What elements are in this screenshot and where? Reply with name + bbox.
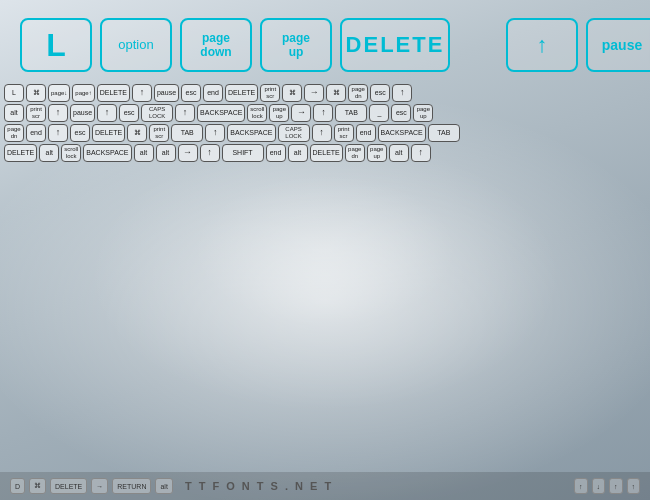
sm-key[interactable]: ↑ xyxy=(313,104,333,122)
sm-key[interactable]: BACKSPACE xyxy=(197,104,245,122)
sm-key[interactable]: DELETE xyxy=(310,144,343,162)
bottom-key-r4[interactable]: ↑ xyxy=(627,478,641,494)
key-delete-large[interactable]: DELETE xyxy=(340,18,450,72)
sm-key[interactable]: DELETE xyxy=(225,84,258,102)
key-L[interactable]: L xyxy=(20,18,92,72)
sm-key[interactable]: esc xyxy=(119,104,139,122)
key-pagedown[interactable]: pagedown xyxy=(180,18,252,72)
sm-key[interactable]: ↑ xyxy=(411,144,431,162)
sm-key[interactable]: end xyxy=(203,84,223,102)
sm-key[interactable]: ⌘ xyxy=(127,124,147,142)
sm-key[interactable]: ↑ xyxy=(312,124,332,142)
sm-key[interactable]: BACKSPACE xyxy=(378,124,426,142)
sm-key[interactable]: pageup xyxy=(269,104,289,122)
key-row-1: L ⌘ page↓ page↑ DELETE ↑ pause esc end D… xyxy=(4,84,646,102)
key-row-4: DELETE alt scrolllock BACKSPACE alt alt … xyxy=(4,144,646,162)
sm-key[interactable]: TAB xyxy=(428,124,460,142)
sm-key[interactable]: printscr xyxy=(334,124,354,142)
sm-key[interactable]: pageup xyxy=(367,144,387,162)
sm-key[interactable]: alt xyxy=(288,144,308,162)
featured-keys-row: L option pagedown pageup DELETE ↑ pause xyxy=(0,0,650,82)
sm-key[interactable]: DELETE xyxy=(92,124,125,142)
sm-key[interactable]: alt xyxy=(39,144,59,162)
sm-key[interactable]: → xyxy=(291,104,311,122)
sm-key[interactable]: page↑ xyxy=(72,84,94,102)
sm-key[interactable]: end xyxy=(266,144,286,162)
key-option[interactable]: option xyxy=(100,18,172,72)
sm-key[interactable]: BACKSPACE xyxy=(227,124,275,142)
sm-key[interactable]: alt xyxy=(389,144,409,162)
bottom-key-delete[interactable]: DELETE xyxy=(50,478,87,494)
key-row-3: pagedn end ↑ esc DELETE ⌘ printscr TAB ↑… xyxy=(4,124,646,142)
sm-key[interactable]: esc xyxy=(70,124,90,142)
sm-key[interactable]: ↑ xyxy=(97,104,117,122)
key-row-2: alt printscr ↑ pause ↑ esc CAPSLOCK ↑ BA… xyxy=(4,104,646,122)
sm-key[interactable]: esc xyxy=(370,84,390,102)
bottom-key-r3[interactable]: ↑ xyxy=(609,478,623,494)
sm-key[interactable]: DELETE xyxy=(97,84,130,102)
sm-key[interactable]: _ xyxy=(369,104,389,122)
sm-key[interactable]: pagedn xyxy=(345,144,365,162)
key-pause[interactable]: pause xyxy=(586,18,650,72)
sm-key[interactable]: end xyxy=(356,124,376,142)
sm-key[interactable]: DELETE xyxy=(4,144,37,162)
sm-key[interactable]: TAB xyxy=(335,104,367,122)
sm-key[interactable]: ⌘ xyxy=(282,84,302,102)
sm-key[interactable]: BACKSPACE xyxy=(83,144,131,162)
sm-key[interactable]: ↑ xyxy=(175,104,195,122)
sm-key[interactable]: → xyxy=(304,84,324,102)
key-pageup[interactable]: pageup xyxy=(260,18,332,72)
bottom-key-r2[interactable]: ↓ xyxy=(592,478,606,494)
sm-key[interactable]: TAB xyxy=(171,124,203,142)
bottom-strip: D ⌘ DELETE → RETURN alt T T F O N T S . … xyxy=(0,472,650,500)
sm-key[interactable]: SHIFT xyxy=(222,144,264,162)
sm-key[interactable]: scrolllock xyxy=(247,104,267,122)
sm-key[interactable]: CAPSLOCK xyxy=(278,124,310,142)
brand-text: T T F O N T S . N E T xyxy=(185,480,333,492)
sm-key[interactable]: L xyxy=(4,84,24,102)
bottom-key-d[interactable]: D xyxy=(10,478,25,494)
sm-key[interactable]: scrolllock xyxy=(61,144,81,162)
sm-key[interactable]: printscr xyxy=(26,104,46,122)
sm-key[interactable]: pagedn xyxy=(4,124,24,142)
bottom-key-arrow[interactable]: → xyxy=(91,478,108,494)
sm-key[interactable]: ↑ xyxy=(132,84,152,102)
sm-key[interactable]: ↑ xyxy=(48,124,68,142)
sm-key[interactable]: pagedn xyxy=(348,84,368,102)
key-uparrow[interactable]: ↑ xyxy=(506,18,578,72)
sm-key[interactable]: printscr xyxy=(260,84,280,102)
sm-key[interactable]: ⌘ xyxy=(26,84,46,102)
sm-key[interactable]: ↑ xyxy=(48,104,68,122)
sm-key[interactable]: printscr xyxy=(149,124,169,142)
sm-key[interactable]: pause xyxy=(70,104,95,122)
sm-key[interactable]: ↑ xyxy=(392,84,412,102)
sm-key[interactable]: alt xyxy=(4,104,24,122)
sm-key[interactable]: alt xyxy=(156,144,176,162)
sm-key[interactable]: ⌘ xyxy=(326,84,346,102)
bottom-key-cmd[interactable]: ⌘ xyxy=(29,478,46,494)
bottom-key-return[interactable]: RETURN xyxy=(112,478,151,494)
sm-key[interactable]: page↓ xyxy=(48,84,70,102)
bottom-key-r1[interactable]: ↑ xyxy=(574,478,588,494)
sm-key[interactable]: pageup xyxy=(413,104,433,122)
sm-key[interactable]: ↑ xyxy=(205,124,225,142)
bottom-key-alt[interactable]: alt xyxy=(155,478,172,494)
sm-key[interactable]: esc xyxy=(181,84,201,102)
sm-key[interactable]: pause xyxy=(154,84,179,102)
sm-key[interactable]: esc xyxy=(391,104,411,122)
sm-key[interactable]: end xyxy=(26,124,46,142)
sm-key[interactable]: ↑ xyxy=(200,144,220,162)
sm-key[interactable]: → xyxy=(178,144,198,162)
sm-key[interactable]: alt xyxy=(134,144,154,162)
small-keys-section: L ⌘ page↓ page↑ DELETE ↑ pause esc end D… xyxy=(0,82,650,164)
sm-key[interactable]: CAPSLOCK xyxy=(141,104,173,122)
